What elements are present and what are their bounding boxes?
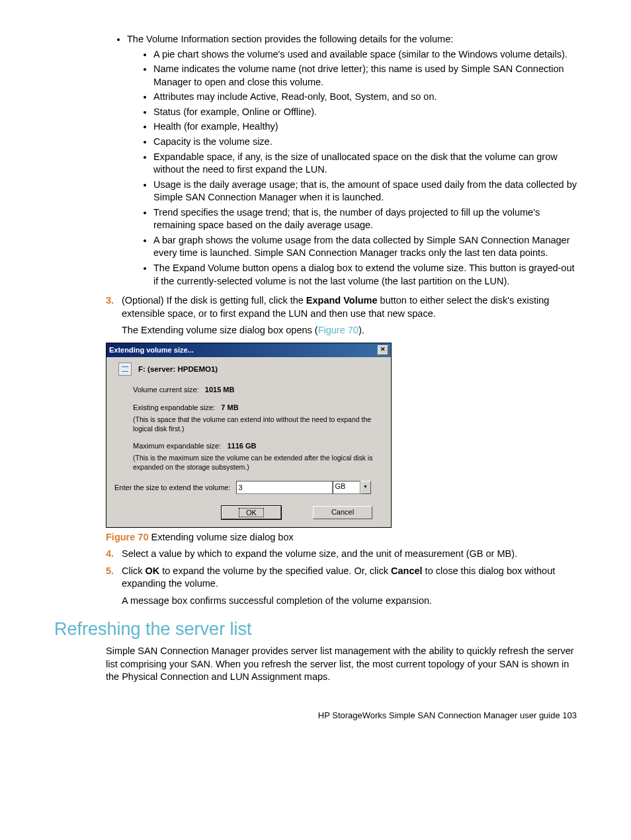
list-item: A bar graph shows the volume usage from … — [153, 234, 577, 260]
current-size-label: Volume current size: — [133, 386, 199, 394]
list-item: Status (for example, Online or Offline). — [153, 106, 577, 119]
step-4: 4. Select a value by which to expand the… — [106, 548, 577, 561]
list-item: Health (for example, Healthy) — [153, 120, 577, 134]
dialog-titlebar: Extending volume size... ✕ — [106, 343, 391, 357]
step-text: Click — [122, 566, 145, 576]
cancel-button[interactable]: Cancel — [313, 506, 372, 519]
max-expandable-value: 1116 GB — [227, 442, 256, 450]
list-item: Name indicates the volume name (not driv… — [153, 63, 577, 89]
step-number: 3. — [106, 294, 114, 308]
close-icon[interactable]: ✕ — [378, 345, 388, 355]
list-item: The Volume Information section provides … — [127, 33, 577, 288]
max-expandable-label: Maximum expandable size: — [133, 442, 221, 450]
dialog-title-text: Extending volume size... — [109, 346, 194, 354]
figure-number: Figure 70 — [106, 532, 148, 542]
cancel-bold: Cancel — [391, 566, 423, 576]
extending-volume-dialog: Extending volume size... ✕ F: (server: H… — [106, 343, 392, 528]
list-item: Expandable space, if any, is the size of… — [153, 151, 577, 177]
outer-bullet-list: The Volume Information section provides … — [54, 33, 577, 288]
extend-size-input[interactable] — [236, 481, 333, 494]
unit-value: GB — [333, 481, 360, 494]
step-5: 5. Click OK to expand the volume by the … — [106, 565, 577, 608]
chevron-down-icon[interactable]: ▼ — [360, 481, 371, 494]
step-text: Select a value by which to expand the vo… — [122, 548, 517, 559]
list-item: A pie chart shows the volume's used and … — [153, 48, 577, 62]
figure-caption: Figure 70 Extending volume size dialog b… — [106, 532, 577, 542]
list-item: Capacity is the volume size. — [153, 136, 577, 149]
step-number: 4. — [106, 548, 114, 561]
step-text: to expand the volume by the specified va… — [159, 566, 391, 576]
step-text: (Optional) If the disk is getting full, … — [122, 295, 306, 306]
list-item: Usage is the daily average usage; that i… — [153, 179, 577, 204]
figure-70: Extending volume size... ✕ F: (server: H… — [106, 343, 577, 528]
figure-caption-text: Extending volume size dialog box — [148, 532, 293, 542]
extend-size-spinner[interactable]: ▲ ▼ — [236, 481, 309, 494]
numbered-steps-continued: 4. Select a value by which to expand the… — [54, 548, 577, 607]
section-paragraph: Simple SAN Connection Manager provides s… — [106, 645, 577, 684]
step-text: The Extending volume size dialog box ope… — [122, 325, 318, 335]
figure-link[interactable]: Figure 70 — [318, 325, 358, 335]
ok-button[interactable]: OK — [222, 506, 281, 519]
ok-bold: OK — [145, 566, 159, 576]
list-item: Trend specifies the usage trend; that is… — [153, 206, 577, 232]
dialog-volume-header: F: (server: HPDEMO1) — [138, 365, 218, 373]
existing-expandable-note: (This is space that the volume can exten… — [133, 415, 384, 433]
disk-expand-icon — [118, 362, 132, 376]
expand-volume-bold: Expand Volume — [306, 295, 378, 306]
list-item: The Expand Volume button opens a dialog … — [153, 262, 577, 288]
step-3: 3. (Optional) If the disk is getting ful… — [106, 294, 577, 337]
step-text: ). — [358, 325, 364, 335]
max-expandable-note: (This is the maximum size the volume can… — [133, 453, 384, 472]
bullet-text: The Volume Information section provides … — [127, 34, 453, 44]
numbered-steps: 3. (Optional) If the disk is getting ful… — [54, 294, 577, 337]
extend-size-label: Enter the size to extend the volume: — [114, 483, 231, 491]
page-footer: HP StorageWorks Simple SAN Connection Ma… — [54, 710, 577, 720]
step-number: 5. — [106, 565, 114, 578]
existing-expandable-label: Existing expandable size: — [133, 403, 215, 411]
section-heading-refreshing: Refreshing the server list — [54, 619, 577, 640]
step-text: A message box confirms successful comple… — [122, 595, 577, 608]
inner-bullet-list: A pie chart shows the volume's used and … — [127, 48, 577, 288]
current-size-value: 1015 MB — [205, 386, 235, 394]
unit-combobox[interactable]: GB ▼ — [333, 481, 371, 494]
existing-expandable-value: 7 MB — [221, 403, 238, 411]
list-item: Attributes may include Active, Read-only… — [153, 91, 577, 104]
